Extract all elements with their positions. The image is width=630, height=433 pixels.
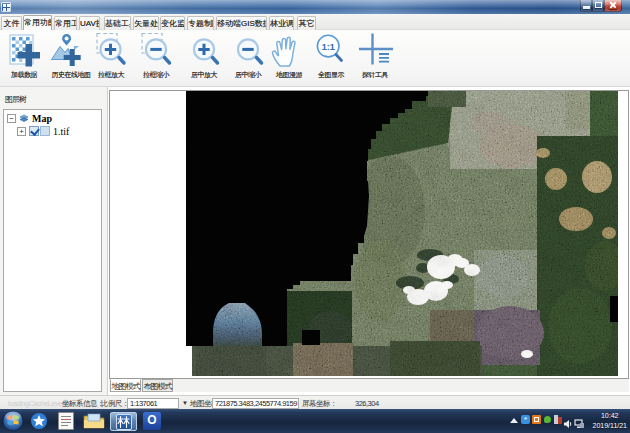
svg-text:1:1: 1:1 [322, 42, 335, 52]
